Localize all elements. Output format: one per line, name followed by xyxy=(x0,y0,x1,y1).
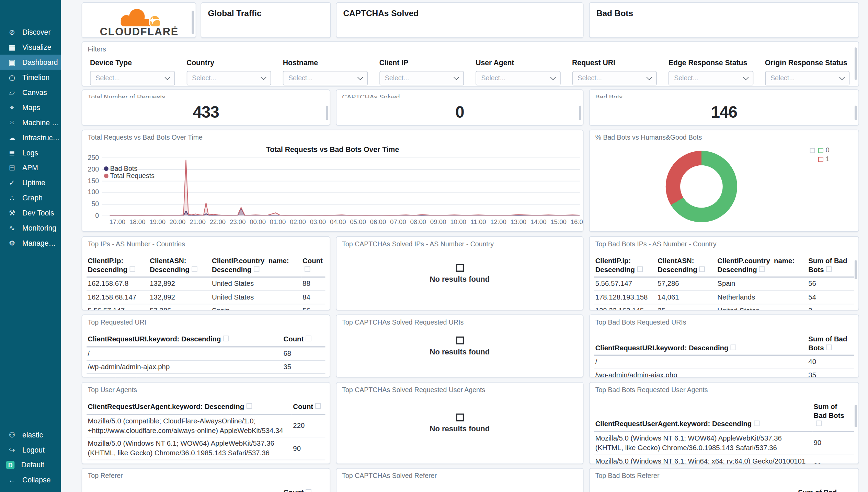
column-filter-icon[interactable] xyxy=(306,336,311,341)
captchas-solved-title: CAPTCHAs Solved xyxy=(343,8,578,18)
x-tick-label: 09:00 xyxy=(428,218,448,225)
column-header[interactable] xyxy=(87,488,282,492)
column-header[interactable]: Sum of Bad Bots xyxy=(797,488,854,492)
logs-icon: ≣ xyxy=(7,149,17,157)
column-header[interactable]: ClientRequestURI.keyword: Descending xyxy=(87,334,282,347)
sidebar-item-logs[interactable]: ≣Logs xyxy=(0,145,61,160)
filter-select-client-ip[interactable]: Select... xyxy=(379,71,464,85)
column-filter-icon[interactable] xyxy=(637,266,642,272)
donut-chart[interactable] xyxy=(666,151,737,222)
filter-select-device-type[interactable]: Select... xyxy=(90,71,175,85)
column-filter-icon[interactable] xyxy=(826,344,832,350)
column-header[interactable]: ClientIP.ip: Descending xyxy=(87,256,149,277)
table-cell: 90 xyxy=(292,437,325,460)
column-header[interactable]: Count xyxy=(292,401,325,414)
column-filter-icon[interactable] xyxy=(699,266,705,272)
column-header[interactable]: Count xyxy=(282,488,325,492)
x-tick-label: 20:00 xyxy=(168,218,188,225)
pie-legend-item-0[interactable]: 0 xyxy=(807,146,829,155)
column-header[interactable]: ClientIP.country_name: Descending xyxy=(716,256,807,277)
column-header[interactable]: ClientRequestUserAgent.keyword: Descendi… xyxy=(87,401,292,414)
panel-scrollbar[interactable] xyxy=(855,405,857,427)
filter-select-hostname[interactable]: Select... xyxy=(283,71,368,85)
top-badbot-user-agents-panel: Top Bad Bots Requested User Agents Clien… xyxy=(589,382,859,464)
legend-item-total-requests[interactable]: Total Requests xyxy=(104,172,155,179)
sidebar-item-infrastructure[interactable]: ☁Infrastructure xyxy=(0,130,61,145)
column-header[interactable]: Count xyxy=(282,334,325,347)
panel-scrollbar[interactable] xyxy=(855,106,857,120)
x-tick-label: 00:00 xyxy=(248,218,268,225)
column-header[interactable]: Sum of Bad Bots xyxy=(812,401,854,432)
column-header[interactable]: Count xyxy=(301,256,326,277)
sidebar-item-label: Dev Tools xyxy=(22,209,54,217)
x-tick-label: 11:00 xyxy=(468,218,489,225)
table-cell: 20 xyxy=(812,455,854,464)
column-header[interactable]: ClientASN: Descending xyxy=(149,256,211,277)
column-filter-icon[interactable] xyxy=(129,266,135,272)
column-filter-icon[interactable] xyxy=(816,421,821,426)
filter-select-edge-response-status[interactable]: Select... xyxy=(669,71,753,85)
panel-title: Top User Agents xyxy=(88,386,326,394)
sidebar-item-dev-tools[interactable]: ⚒Dev Tools xyxy=(0,206,61,221)
column-filter-icon[interactable] xyxy=(254,266,259,272)
global-traffic-title: Global Traffic xyxy=(208,8,326,18)
x-tick-label: 13:00 xyxy=(509,218,529,225)
user-icon: ⚇ xyxy=(7,431,17,439)
sidebar-item-canvas[interactable]: ▱Canvas xyxy=(0,85,61,100)
column-header[interactable]: ClientIP.country_name: Descending xyxy=(211,256,301,277)
sidebar-item-apm[interactable]: ⊟APM xyxy=(0,160,61,175)
column-header-label: ClientRequestURI.keyword: Descending xyxy=(88,335,221,343)
line-chart-plot-area[interactable] xyxy=(102,157,580,216)
sidebar-item-management[interactable]: ⚙Management xyxy=(0,236,61,251)
column-header[interactable]: Sum of Bad Bots xyxy=(807,334,854,355)
panel-scrollbar[interactable] xyxy=(855,260,857,279)
sidebar-item-visualize[interactable]: ▦Visualize xyxy=(0,40,61,55)
filter-select-origin-response-status[interactable]: Select... xyxy=(765,71,850,85)
filter-select-country[interactable]: Select... xyxy=(186,71,271,85)
column-filter-icon[interactable] xyxy=(223,336,229,341)
sidebar-item-machine-le-[interactable]: ⁙Machine Le… xyxy=(0,115,61,130)
cloudflare-logo-image: CLOUDFLARE ® xyxy=(95,7,183,37)
column-header[interactable]: ClientIP.ip: Descending xyxy=(594,256,656,277)
sidebar-item-default[interactable]: DDefault xyxy=(0,457,61,472)
sidebar-item-graph[interactable]: ∴Graph xyxy=(0,190,61,206)
filter-select-request-uri[interactable]: Select... xyxy=(572,71,657,85)
legend-filter-box[interactable] xyxy=(810,148,815,153)
column-filter-icon[interactable] xyxy=(247,403,252,409)
column-filter-icon[interactable] xyxy=(826,266,832,272)
column-filter-icon[interactable] xyxy=(305,266,310,272)
column-filter-icon[interactable] xyxy=(192,266,197,272)
legend-item-bad-bots[interactable]: Bad Bots xyxy=(104,165,155,172)
column-filter-icon[interactable] xyxy=(754,421,760,426)
sidebar-item-logout[interactable]: ↪Logout xyxy=(0,442,61,457)
panel-scrollbar[interactable] xyxy=(192,11,194,34)
column-filter-icon[interactable] xyxy=(306,489,311,492)
sidebar-item-uptime[interactable]: ✓Uptime xyxy=(0,175,61,190)
data-table: ClientRequestUserAgent.keyword: Descendi… xyxy=(87,401,325,460)
sidebar-item-discover[interactable]: ⊘Discover xyxy=(0,25,61,40)
sidebar-item-timelion[interactable]: ◷Timelion xyxy=(0,70,61,85)
column-header[interactable]: Sum of Bad Bots xyxy=(807,256,854,277)
column-header-label: ClientRequestUserAgent.keyword: Descendi… xyxy=(595,420,752,428)
column-filter-icon[interactable] xyxy=(759,266,765,272)
filter-select-user-agent[interactable]: Select... xyxy=(476,71,560,85)
panel-scrollbar[interactable] xyxy=(855,47,857,80)
column-header[interactable] xyxy=(594,488,797,492)
sidebar-item-collapse[interactable]: ←Collapse xyxy=(0,472,61,488)
x-tick-label: 06:00 xyxy=(368,218,388,225)
pie-legend-item-1[interactable]: 1 xyxy=(807,155,829,164)
column-header[interactable]: ClientRequestUserAgent.keyword: Descendi… xyxy=(594,401,812,432)
column-header[interactable]: ClientRequestURI.keyword: Descending xyxy=(594,334,807,355)
sidebar-item-maps[interactable]: ⌖Maps xyxy=(0,100,61,115)
column-header[interactable]: ClientASN: Descending xyxy=(656,256,716,277)
no-results-text: No results found xyxy=(336,348,583,356)
column-filter-icon[interactable] xyxy=(316,403,321,409)
sidebar-item-dashboard[interactable]: ▣Dashboard xyxy=(0,55,61,70)
panel-scrollbar[interactable] xyxy=(326,106,328,120)
panel-scrollbar[interactable] xyxy=(579,106,581,120)
column-filter-icon[interactable] xyxy=(731,344,736,350)
bad-bots-title: Bad Bots xyxy=(596,8,854,18)
sidebar-item-monitoring[interactable]: ∿Monitoring xyxy=(0,221,61,236)
sidebar-item-elastic[interactable]: ⚇elastic xyxy=(0,427,61,442)
empty-visualization-icon xyxy=(456,263,464,271)
